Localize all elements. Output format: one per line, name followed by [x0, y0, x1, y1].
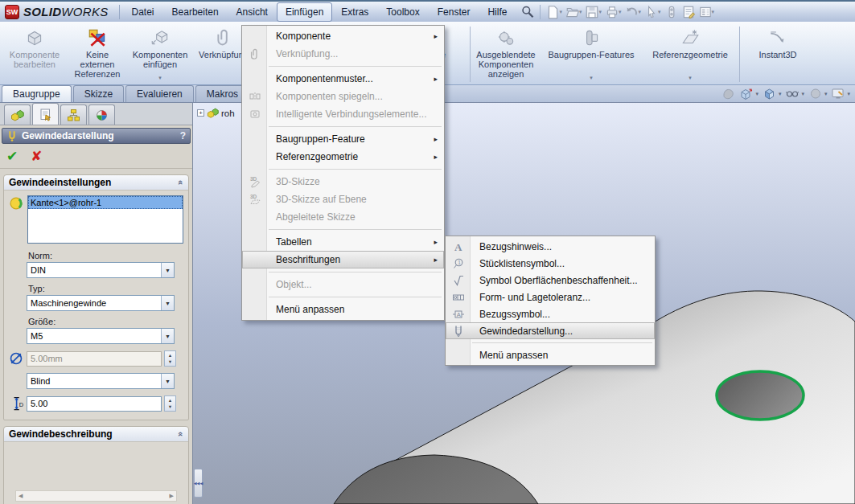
menu-item[interactable]: Baugruppen-Feature ▸ — [242, 130, 444, 148]
menu-item[interactable]: 1 Stücklistensymbol... — [446, 255, 655, 272]
panel-tab[interactable] — [60, 104, 87, 125]
quickbar-button[interactable]: ▾ — [698, 5, 716, 19]
menu-item[interactable]: Menü anpassen — [242, 301, 444, 318]
menu-item[interactable]: Abgeleitete Skizze — [242, 208, 444, 226]
chevron-down-icon[interactable]: ▾ — [158, 73, 162, 83]
quickbar-button[interactable]: ▾ — [585, 5, 602, 19]
chevron-down-icon[interactable]: ▾ — [598, 9, 602, 15]
menu-item[interactable]: Form- und Lagetoleranz... — [446, 289, 655, 305]
menubar-item[interactable]: Hilfe — [479, 2, 516, 22]
diameter-spinner[interactable]: ▲▼ — [164, 350, 176, 367]
panel-splitter-handle[interactable]: ◀◀◀ — [194, 469, 203, 498]
selected-edge-item[interactable]: Kante<1>@rohr-1 — [28, 196, 183, 209]
quickbar-button[interactable] — [681, 5, 696, 19]
headsup-button[interactable]: ▾ — [785, 87, 804, 100]
quickbar-button[interactable]: ▾ — [624, 5, 642, 19]
feature-tree-root[interactable]: + roh — [197, 107, 235, 119]
panel-tab[interactable] — [4, 104, 31, 125]
chevron-down-icon[interactable]: ▾ — [779, 91, 782, 97]
typ-dropdown[interactable]: Maschinengewinde ▼ — [27, 295, 175, 311]
chevron-down-icon[interactable]: ▾ — [847, 91, 850, 97]
scroll-right-icon[interactable]: ▶ — [170, 493, 174, 499]
menu-item[interactable]: Komponente ▸ — [242, 27, 444, 45]
quickbar-button[interactable] — [664, 5, 679, 19]
menubar-item[interactable]: Datei — [123, 2, 163, 22]
command-tab[interactable]: Baugruppe — [2, 85, 72, 102]
panel-tab[interactable] — [32, 103, 59, 125]
norm-dropdown[interactable]: DIN ▼ — [27, 262, 175, 278]
chevron-down-icon[interactable]: ▾ — [755, 91, 758, 97]
chevron-down-icon[interactable]: ▾ — [590, 73, 593, 83]
menu-item[interactable]: Objekt... — [242, 276, 444, 293]
menu-item[interactable]: A Bezugshinweis... — [446, 238, 655, 255]
menu-item[interactable]: Verknüpfung... — [242, 45, 444, 63]
menu-item[interactable]: Komponenten spiegeln... — [242, 88, 444, 105]
toolbar-button[interactable]: Instant3D — [741, 24, 815, 84]
quickbar-button[interactable]: ▾ — [565, 5, 583, 19]
headsup-button[interactable]: ▾ — [739, 87, 758, 100]
menubar-item[interactable]: Extras — [332, 2, 377, 22]
expand-icon[interactable]: + — [197, 109, 204, 117]
headsup-button[interactable]: ▾ — [763, 87, 782, 100]
menubar-item[interactable]: Ansicht — [228, 2, 277, 22]
panel-tab[interactable] — [88, 104, 115, 125]
chevron-down-icon[interactable]: ▾ — [658, 9, 661, 15]
chevron-down-icon[interactable]: ▾ — [824, 91, 828, 97]
chevron-down-icon[interactable]: ▾ — [579, 9, 582, 15]
menu-item[interactable]: Referenzgeometrie ▸ — [242, 148, 444, 166]
command-tab[interactable]: Skizze — [73, 85, 124, 102]
end-condition-dropdown[interactable]: Blind ▼ — [27, 373, 175, 389]
menu-item[interactable]: 3D 3D-Skizze auf Ebene — [242, 191, 444, 208]
menu-item[interactable]: Symbol Oberflächenbeschaffenheit... — [446, 272, 655, 289]
toolbar-button[interactable]: Komponenten einfügen ▾ — [125, 24, 195, 84]
menubar-item[interactable]: Bearbeiten — [163, 2, 228, 22]
quickbar-button[interactable]: ▾ — [644, 5, 662, 19]
group-header[interactable]: Gewindeeinstellungen « — [4, 175, 188, 191]
group-header[interactable]: Gewindebeschreibung « — [4, 427, 188, 442]
selected-hole-edge[interactable] — [717, 371, 804, 420]
chevron-down-icon[interactable]: ▾ — [712, 9, 715, 15]
collapse-chevron-icon[interactable]: « — [176, 432, 186, 436]
menu-item[interactable]: 3D 3D-Skizze — [242, 173, 444, 191]
command-tab[interactable]: Evaluieren — [125, 85, 194, 102]
size-dropdown[interactable]: M5 ▼ — [27, 328, 175, 344]
headsup-button[interactable]: ▾ — [831, 87, 850, 100]
menu-item[interactable]: A Bezugssymbol... — [446, 305, 655, 322]
dropdown-arrow-icon[interactable]: ▼ — [161, 296, 174, 310]
chevron-down-icon[interactable]: ▾ — [801, 91, 804, 97]
dropdown-arrow-icon[interactable]: ▼ — [161, 374, 174, 388]
horizontal-scrollbar[interactable]: ◀ ▶ — [15, 490, 177, 502]
quickbar-button[interactable]: ▾ — [545, 5, 563, 19]
ok-button[interactable]: ✔ — [6, 148, 18, 165]
help-button[interactable]: ? — [180, 130, 186, 141]
toolbar-button[interactable]: Referenzgeometrie ▾ — [642, 24, 738, 84]
headsup-button[interactable]: ▾ — [808, 87, 828, 100]
collapse-chevron-icon[interactable]: « — [176, 180, 186, 185]
toolbar-button[interactable]: Ausgeblendete Komponenten anzeigen — [471, 24, 541, 84]
dropdown-arrow-icon[interactable]: ▼ — [161, 263, 174, 277]
diameter-field[interactable]: 5.00mm — [27, 351, 162, 367]
chevron-down-icon[interactable]: ▾ — [619, 9, 622, 15]
toolbar-button[interactable]: Komponente bearbeiten — [0, 24, 69, 84]
headsup-button[interactable] — [721, 87, 735, 100]
menubar-item[interactable]: Fenster — [429, 2, 479, 22]
menu-item[interactable]: Gewindedarstellung... — [446, 322, 655, 339]
menubar-item[interactable]: Einfügen — [277, 2, 332, 22]
cancel-button[interactable]: ✘ — [31, 148, 42, 165]
menubar-item[interactable]: Toolbox — [377, 2, 428, 22]
menu-item[interactable]: Intelligente Verbindungselemente... — [242, 105, 444, 123]
chevron-down-icon[interactable]: ▾ — [689, 73, 692, 83]
depth-spinner[interactable]: ▲▼ — [164, 395, 176, 412]
depth-field[interactable]: 5.00 — [27, 396, 162, 412]
chevron-down-icon[interactable]: ▾ — [638, 9, 641, 15]
menu-item[interactable]: Tabellen ▸ — [242, 233, 444, 251]
menu-item[interactable]: Beschriftungen ▸ — [242, 251, 444, 268]
quickbar-button[interactable] — [520, 5, 535, 19]
toolbar-button[interactable]: Baugruppen-Features ▾ — [541, 24, 642, 84]
dropdown-arrow-icon[interactable]: ▼ — [161, 329, 174, 343]
chevron-down-icon[interactable]: ▾ — [559, 9, 562, 15]
toolbar-button[interactable]: Keine externen Referenzen — [69, 24, 125, 84]
menu-item[interactable]: Menü anpassen — [446, 346, 655, 363]
scroll-left-icon[interactable]: ◀ — [18, 493, 23, 499]
menu-item[interactable]: Komponentenmuster... ▸ — [242, 70, 444, 88]
